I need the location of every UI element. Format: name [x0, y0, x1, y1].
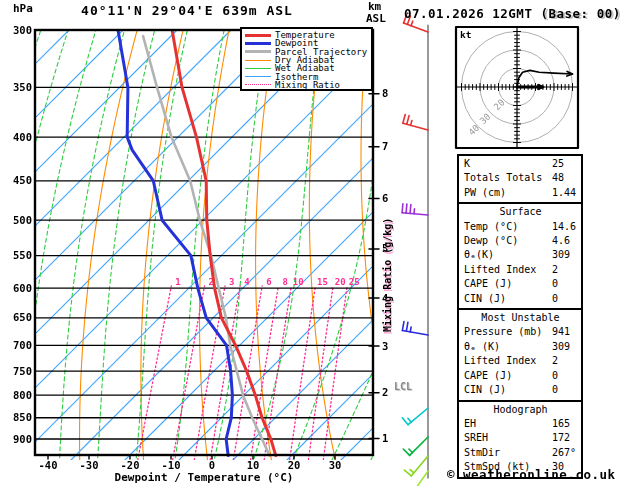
legend-swatch-line — [245, 76, 271, 77]
index-value: 0 — [552, 292, 558, 306]
run-datetime-label: 07.01.2026 12GMT (Base: 00) — [404, 6, 621, 21]
index-value: 309 — [552, 248, 570, 262]
indices-section-title: Most Unstable — [464, 311, 577, 325]
indices-section: K25Totals Totals48PW (cm)1.44 — [457, 154, 583, 204]
index-value: 2 — [552, 354, 558, 368]
mixing-ratio-axis-label: Mixing Ratio (g/kg) — [382, 210, 393, 332]
station-title: 40°11'N 29°04'E 639m ASL — [37, 3, 337, 18]
index-value: 0 — [552, 369, 558, 383]
index-row: CIN (J)0 — [464, 383, 577, 397]
indices-section-surface: SurfaceTemp (°C)14.6Dewp (°C)4.6θₑ(K)309… — [457, 202, 583, 310]
index-row: EH165 — [464, 417, 577, 431]
index-value: 25 — [552, 157, 564, 171]
legend-swatch-line — [245, 50, 271, 53]
hodograph-unit-label: kt — [460, 29, 471, 40]
index-label: Pressure (mb) — [464, 326, 542, 337]
index-row: θₑ(K)309 — [464, 248, 577, 262]
index-label: Temp (°C) — [464, 221, 518, 232]
index-value: 2 — [552, 263, 558, 277]
index-value: 172 — [552, 431, 570, 445]
index-row: Lifted Index2 — [464, 263, 577, 277]
index-label: EH — [464, 418, 476, 429]
index-row: SREH172 — [464, 431, 577, 445]
index-label: K — [464, 158, 470, 169]
index-value: 165 — [552, 417, 570, 431]
chart-legend: TemperatureDewpointParcel TrajectoryDry … — [240, 27, 373, 91]
index-value: 0 — [552, 383, 558, 397]
index-label: θₑ(K) — [464, 249, 494, 260]
index-row: PW (cm)1.44 — [464, 186, 577, 200]
indices-section-most-unstable: Most UnstablePressure (mb)941θₑ (K)309Li… — [457, 308, 583, 401]
indices-section-title: Surface — [464, 205, 577, 219]
legend-item-mixing-ratio: Mixing Ratio — [245, 81, 371, 89]
altitude-axis-unit-asl: ASL — [366, 12, 386, 25]
index-value: 4.6 — [552, 234, 570, 248]
index-label: Lifted Index — [464, 264, 536, 275]
index-row: CAPE (J)0 — [464, 277, 577, 291]
index-label: StmDir — [464, 447, 500, 458]
index-row: Pressure (mb)941 — [464, 325, 577, 339]
index-label: SREH — [464, 432, 488, 443]
index-value: 1.44 — [552, 186, 576, 200]
legend-swatch-line — [245, 42, 271, 45]
index-value: 941 — [552, 325, 570, 339]
legend-swatch-line — [245, 34, 271, 37]
index-row: StmDir267° — [464, 446, 577, 460]
index-row: CIN (J)0 — [464, 292, 577, 306]
index-row: K25 — [464, 157, 577, 171]
legend-swatch-line — [245, 68, 271, 69]
skewt-sounding-page: hPa 40°11'N 29°04'E 639m ASL km ASL 07.0… — [0, 0, 629, 486]
index-label: Lifted Index — [464, 355, 536, 366]
index-row: Temp (°C)14.6 — [464, 220, 577, 234]
index-row: CAPE (J)0 — [464, 369, 577, 383]
index-label: CAPE (J) — [464, 370, 512, 381]
index-label: PW (cm) — [464, 187, 506, 198]
pressure-axis-unit-label: hPa — [13, 2, 33, 15]
index-value: 14.6 — [552, 220, 576, 234]
indices-section-title: Hodograph — [464, 403, 577, 417]
index-label: Totals Totals — [464, 172, 542, 183]
index-row: Totals Totals48 — [464, 171, 577, 185]
credit-footer: © weatheronline.co.uk — [447, 467, 616, 482]
datetime-main: 07.01.2026 12GMT — [404, 6, 532, 21]
index-label: CIN (J) — [464, 293, 506, 304]
index-value: 309 — [552, 340, 570, 354]
index-value: 267° — [552, 446, 576, 460]
index-label: CAPE (J) — [464, 278, 512, 289]
indices-panel: K25Totals Totals48PW (cm)1.44SurfaceTemp… — [457, 154, 583, 479]
legend-swatch-line — [245, 84, 271, 85]
index-row: θₑ (K)309 — [464, 340, 577, 354]
index-row: Dewp (°C)4.6 — [464, 234, 577, 248]
index-label: Dewp (°C) — [464, 235, 518, 246]
index-value: 0 — [552, 277, 558, 291]
index-row: Lifted Index2 — [464, 354, 577, 368]
legend-swatch-line — [245, 60, 271, 61]
index-value: 48 — [552, 171, 564, 185]
datetime-base: (Base: 00) — [540, 6, 620, 21]
index-label: CIN (J) — [464, 384, 506, 395]
lcl-marker-label: LCL — [394, 381, 412, 392]
legend-label: Mixing Ratio — [275, 81, 340, 89]
index-label: θₑ (K) — [464, 341, 500, 352]
